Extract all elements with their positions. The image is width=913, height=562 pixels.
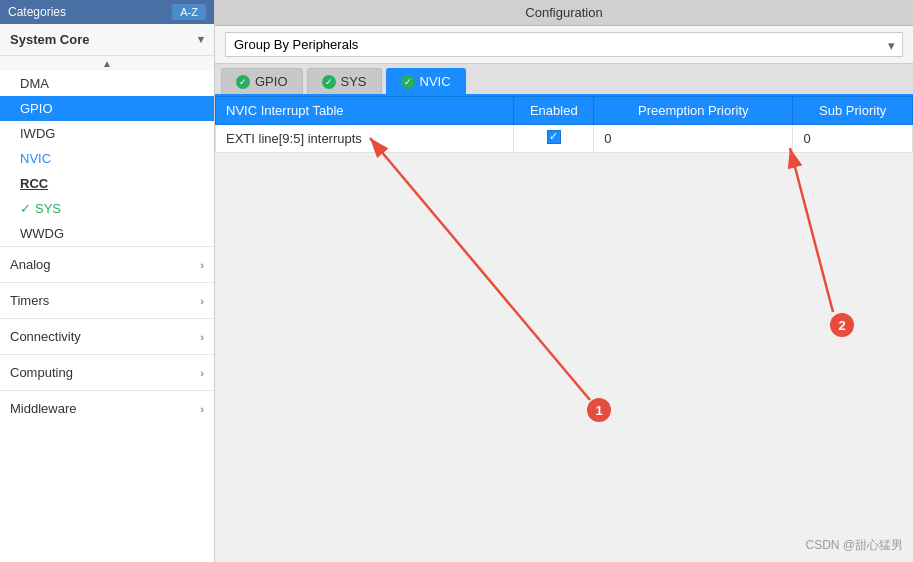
svg-text:2: 2 <box>838 318 845 333</box>
tab-gpio[interactable]: ✓ GPIO <box>221 68 303 94</box>
scroll-up-btn[interactable]: ▲ <box>0 56 214 71</box>
computing-chevron: › <box>200 367 204 379</box>
col-preemption: Preemption Priority <box>594 97 793 125</box>
check-icon: ✓ <box>20 201 31 216</box>
scroll-up-icon: ▲ <box>102 58 112 69</box>
sidebar-item-sys[interactable]: ✓ SYS <box>0 196 214 221</box>
connectivity-chevron: › <box>200 331 204 343</box>
tab-sys[interactable]: ✓ SYS <box>307 68 382 94</box>
rcc-label: RCC <box>20 176 48 191</box>
svg-point-6 <box>587 398 611 422</box>
watermark: CSDN @甜心猛男 <box>805 537 903 554</box>
dma-label: DMA <box>20 76 49 91</box>
categories-label: Categories <box>8 5 66 19</box>
gpio-label: GPIO <box>20 101 53 116</box>
sidebar-category-analog[interactable]: Analog › <box>0 246 214 282</box>
sidebar-category-connectivity[interactable]: Connectivity › <box>0 318 214 354</box>
svg-text:1: 1 <box>595 403 602 418</box>
sidebar-item-wwdg[interactable]: WWDG <box>0 221 214 246</box>
group-by-select[interactable]: Group By Peripherals <box>225 32 903 57</box>
system-core-chevron: ▾ <box>198 33 204 46</box>
enabled-checkbox[interactable] <box>547 130 561 144</box>
gpio-tab-check-icon: ✓ <box>236 75 250 89</box>
system-core-label: System Core <box>10 32 89 47</box>
col-interrupt-table: NVIC Interrupt Table <box>216 97 514 125</box>
nvic-table: NVIC Interrupt Table Enabled Preemption … <box>215 96 913 153</box>
group-by-wrapper: Group By Peripherals <box>225 32 903 57</box>
middleware-chevron: › <box>200 403 204 415</box>
nvic-label: NVIC <box>20 151 51 166</box>
analog-chevron: › <box>200 259 204 271</box>
wwdg-label: WWDG <box>20 226 64 241</box>
group-by-bar: Group By Peripherals <box>215 26 913 64</box>
col-sub-priority: Sub Priority <box>793 97 913 125</box>
preemption-cell[interactable]: 0 <box>594 125 793 153</box>
computing-label: Computing <box>10 365 73 380</box>
nvic-tab-label: NVIC <box>420 74 451 89</box>
sub-priority-cell[interactable]: 0 <box>793 125 913 153</box>
interrupt-name: EXTI line[9:5] interrupts <box>216 125 514 153</box>
sys-tab-label: SYS <box>341 74 367 89</box>
iwdg-label: IWDG <box>20 126 55 141</box>
tabs-bar: ✓ GPIO ✓ SYS ✓ NVIC <box>215 64 913 96</box>
sidebar-system-core[interactable]: System Core ▾ <box>0 24 214 56</box>
sys-label: SYS <box>35 201 61 216</box>
table-container: NVIC Interrupt Table Enabled Preemption … <box>215 96 913 153</box>
sidebar-category-timers[interactable]: Timers › <box>0 282 214 318</box>
nvic-tab-check-icon: ✓ <box>401 75 415 89</box>
sidebar: Categories A-Z System Core ▾ ▲ DMA GPIO … <box>0 0 215 562</box>
sidebar-category-middleware[interactable]: Middleware › <box>0 390 214 426</box>
az-label[interactable]: A-Z <box>172 4 206 20</box>
enabled-cell[interactable] <box>514 125 594 153</box>
table-row: EXTI line[9:5] interrupts 0 0 <box>216 125 913 153</box>
tab-nvic[interactable]: ✓ NVIC <box>386 68 466 94</box>
sidebar-item-iwdg[interactable]: IWDG <box>0 121 214 146</box>
svg-line-4 <box>790 148 833 312</box>
connectivity-label: Connectivity <box>10 329 81 344</box>
sidebar-item-gpio[interactable]: GPIO <box>0 96 214 121</box>
col-enabled: Enabled <box>514 97 594 125</box>
sidebar-category-computing[interactable]: Computing › <box>0 354 214 390</box>
sys-tab-check-icon: ✓ <box>322 75 336 89</box>
main-content: Configuration Group By Peripherals ✓ GPI… <box>215 0 913 153</box>
timers-label: Timers <box>10 293 49 308</box>
config-title: Configuration <box>215 0 913 26</box>
sidebar-header: Categories A-Z <box>0 0 214 24</box>
svg-point-8 <box>830 313 854 337</box>
config-title-text: Configuration <box>525 5 602 20</box>
analog-label: Analog <box>10 257 50 272</box>
gpio-tab-label: GPIO <box>255 74 288 89</box>
svg-line-3 <box>370 138 590 400</box>
timers-chevron: › <box>200 295 204 307</box>
sidebar-item-nvic[interactable]: NVIC <box>0 146 214 171</box>
sidebar-item-dma[interactable]: DMA <box>0 71 214 96</box>
middleware-label: Middleware <box>10 401 76 416</box>
main-area: Configuration Group By Peripherals ✓ GPI… <box>215 0 913 562</box>
sidebar-item-rcc[interactable]: RCC <box>0 171 214 196</box>
